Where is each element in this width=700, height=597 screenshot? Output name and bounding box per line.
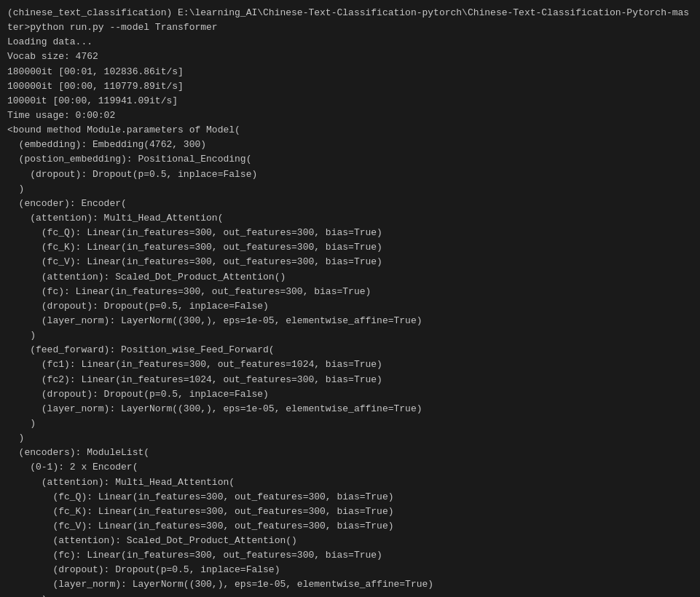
terminal-line: )	[7, 328, 693, 343]
terminal-line: (fc1): Linear(in_features=300, out_featu…	[7, 357, 693, 372]
terminal-line: (fc_K): Linear(in_features=300, out_feat…	[7, 505, 693, 519]
terminal-line: (postion_embedding): Positional_Encoding…	[7, 152, 693, 167]
terminal-line: (layer_norm): LayerNorm((300,), eps=1e-0…	[7, 577, 693, 592]
terminal-line: (dropout): Dropout(p=0.5, inplace=False)	[7, 299, 693, 314]
terminal-line: (layer_norm): LayerNorm((300,), eps=1e-0…	[7, 314, 693, 328]
terminal-line: )	[7, 182, 693, 197]
terminal-line: (fc): Linear(in_features=300, out_featur…	[7, 285, 693, 299]
terminal-output: (chinese_text_classification) E:\learnin…	[7, 6, 693, 597]
terminal-line: Vocab size: 4762	[7, 50, 693, 64]
terminal-line: (dropout): Dropout(p=0.5, inplace=False)	[7, 167, 693, 182]
terminal-line: (attention): Multi_Head_Attention(	[7, 211, 693, 226]
terminal-line: (encoders): ModuleList(	[7, 446, 693, 460]
terminal-line: Time usage: 0:00:02	[7, 108, 693, 123]
terminal-line: (attention): Scaled_Dot_Product_Attentio…	[7, 534, 693, 548]
terminal-line: (dropout): Dropout(p=0.5, inplace=False)	[7, 387, 693, 402]
terminal-line: 180000it [00:01, 102836.86it/s]	[7, 65, 693, 79]
terminal-line: (fc_Q): Linear(in_features=300, out_feat…	[7, 226, 693, 240]
terminal-line: (encoder): Encoder(	[7, 197, 693, 211]
terminal-line: )	[7, 431, 693, 446]
terminal-line: (0-1): 2 x Encoder(	[7, 460, 693, 475]
terminal-line: (chinese_text_classification) E:\learnin…	[7, 6, 693, 20]
terminal-line: <bound method Module.parameters of Model…	[7, 123, 693, 138]
terminal-line: )	[7, 593, 693, 597]
terminal-line: (fc_Q): Linear(in_features=300, out_feat…	[7, 490, 693, 505]
terminal-line: (embedding): Embedding(4762, 300)	[7, 138, 693, 152]
terminal-line: Loading data...	[7, 35, 693, 50]
terminal-line: (attention): Multi_Head_Attention(	[7, 475, 693, 490]
terminal-line: (fc_V): Linear(in_features=300, out_feat…	[7, 519, 693, 534]
terminal-line: (fc_V): Linear(in_features=300, out_feat…	[7, 255, 693, 269]
terminal-line: (dropout): Dropout(p=0.5, inplace=False)	[7, 563, 693, 577]
terminal-line: )	[7, 416, 693, 431]
terminal-line: (feed_forward): Position_wise_Feed_Forwa…	[7, 343, 693, 357]
terminal-line: (attention): Scaled_Dot_Product_Attentio…	[7, 270, 693, 285]
terminal-window: (chinese_text_classification) E:\learnin…	[0, 0, 700, 597]
terminal-line: (fc_K): Linear(in_features=300, out_feat…	[7, 240, 693, 255]
terminal-line: 100000it [00:00, 110779.89it/s]	[7, 79, 693, 94]
terminal-line: (fc2): Linear(in_features=1024, out_feat…	[7, 373, 693, 387]
terminal-line: ter>python run.py --model Transformer	[7, 20, 693, 35]
terminal-line: 10000it [00:00, 119941.09it/s]	[7, 94, 693, 108]
terminal-line: (layer_norm): LayerNorm((300,), eps=1e-0…	[7, 402, 693, 416]
terminal-line: (fc): Linear(in_features=300, out_featur…	[7, 548, 693, 563]
